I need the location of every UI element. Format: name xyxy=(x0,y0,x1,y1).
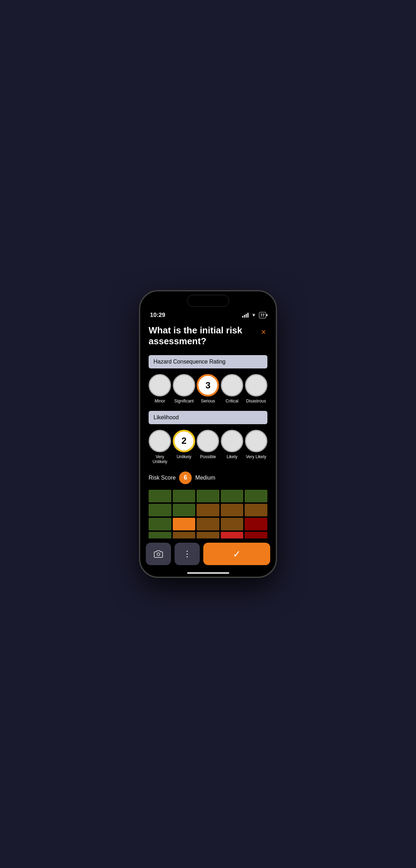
close-button[interactable]: × xyxy=(260,326,267,338)
likelihood-unlikely-circle: 2 xyxy=(173,430,195,452)
consequence-significant[interactable]: Significant xyxy=(173,374,196,404)
likelihood-possible-label: Possible xyxy=(200,454,216,459)
consequence-serious-label: Serious xyxy=(201,399,215,404)
home-indicator xyxy=(187,572,229,574)
camera-button[interactable] xyxy=(146,543,171,565)
likelihood-unlikely-label: Unlikely xyxy=(177,454,191,459)
matrix-cell xyxy=(221,504,244,516)
matrix-cell xyxy=(245,490,267,502)
matrix-cell xyxy=(221,490,244,502)
consequence-disastrous-circle xyxy=(245,374,267,396)
likelihood-possible[interactable]: Possible xyxy=(197,430,219,459)
matrix-cell xyxy=(197,504,219,516)
likelihood-options: VeryUnlikely 2 Unlikely Possible Likely … xyxy=(149,430,267,464)
dynamic-island xyxy=(187,295,229,307)
signal-icon xyxy=(242,313,248,318)
matrix-cell xyxy=(221,518,244,530)
matrix-cell xyxy=(149,490,171,502)
phone-screen: 10:29 77 xyxy=(140,291,276,577)
bottom-toolbar: ⋮ ✓ xyxy=(140,538,276,572)
status-time: 10:29 xyxy=(150,312,165,319)
likelihood-likely-label: Likely xyxy=(227,454,238,459)
matrix-cell xyxy=(197,532,219,538)
checkmark-icon: ✓ xyxy=(233,548,241,560)
likelihood-very-likely-circle xyxy=(245,430,267,452)
phone-frame: 10:29 77 xyxy=(139,290,277,578)
consequence-minor[interactable]: Minor xyxy=(149,374,171,404)
consequence-options: Minor Significant 3 Serious Critical Dis… xyxy=(149,374,267,404)
risk-matrix xyxy=(149,490,267,538)
likelihood-possible-circle xyxy=(197,430,219,452)
matrix-cell xyxy=(149,504,171,516)
matrix-cell xyxy=(149,532,171,538)
matrix-cell xyxy=(245,518,267,530)
consequence-disastrous[interactable]: Disastrous xyxy=(245,374,267,404)
confirm-button[interactable]: ✓ xyxy=(203,543,270,565)
matrix-cell xyxy=(197,518,219,530)
consequence-significant-label: Significant xyxy=(174,399,193,404)
risk-score-label: Risk Score xyxy=(149,475,176,481)
consequence-critical-label: Critical xyxy=(226,399,239,404)
battery-icon: 77 xyxy=(259,312,266,318)
header: What is the initial risk assessment? × xyxy=(149,321,267,347)
matrix-cell xyxy=(149,518,171,530)
likelihood-unlikely[interactable]: 2 Unlikely xyxy=(173,430,196,459)
more-button[interactable]: ⋮ xyxy=(175,543,200,565)
status-icons: 77 xyxy=(242,312,266,318)
consequence-minor-circle xyxy=(149,374,171,396)
likelihood-section-header: Likelihood xyxy=(149,411,267,424)
svg-point-0 xyxy=(157,553,160,556)
likelihood-very-likely[interactable]: Very Likely xyxy=(245,430,267,459)
matrix-cell-highlighted xyxy=(173,518,196,530)
consequence-critical-circle xyxy=(221,374,243,396)
risk-score-row: Risk Score 6 Medium xyxy=(149,472,267,484)
risk-level-label: Medium xyxy=(195,475,215,481)
likelihood-likely-circle xyxy=(221,430,243,452)
consequence-serious[interactable]: 3 Serious xyxy=(197,374,219,404)
likelihood-very-unlikely-circle xyxy=(149,430,171,452)
camera-icon xyxy=(154,550,163,558)
matrix-cell xyxy=(173,490,196,502)
wifi-icon xyxy=(251,312,257,318)
consequence-significant-circle xyxy=(173,374,195,396)
more-icon: ⋮ xyxy=(183,550,191,558)
matrix-cell xyxy=(173,532,196,538)
risk-score-badge: 6 xyxy=(179,472,192,484)
status-bar: 10:29 77 xyxy=(140,307,276,321)
matrix-cell xyxy=(245,532,267,538)
matrix-cell xyxy=(245,504,267,516)
likelihood-likely[interactable]: Likely xyxy=(221,430,244,459)
matrix-cell xyxy=(221,532,244,538)
consequence-disastrous-label: Disastrous xyxy=(246,399,266,404)
consequence-serious-circle: 3 xyxy=(197,374,219,396)
consequence-minor-label: Minor xyxy=(155,399,165,404)
matrix-cell xyxy=(173,504,196,516)
matrix-cell xyxy=(197,490,219,502)
likelihood-very-likely-label: Very Likely xyxy=(246,454,266,459)
likelihood-very-unlikely-label: VeryUnlikely xyxy=(152,454,167,464)
consequence-critical[interactable]: Critical xyxy=(221,374,244,404)
consequence-section-header: Hazard Consequence Rating xyxy=(149,355,267,368)
likelihood-very-unlikely[interactable]: VeryUnlikely xyxy=(149,430,171,464)
page-title: What is the initial risk assessment? xyxy=(149,325,260,347)
content-area: What is the initial risk assessment? × H… xyxy=(140,321,276,538)
